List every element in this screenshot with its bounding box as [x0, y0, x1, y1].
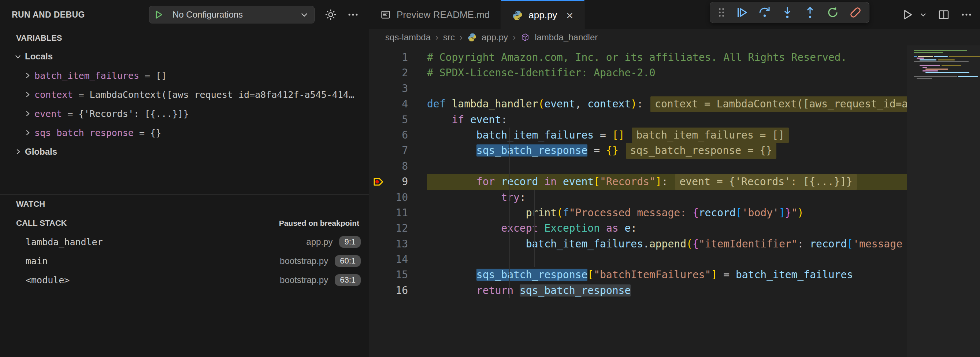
scope-label: Locals	[25, 51, 53, 62]
tab-app-py[interactable]: app.py ×	[501, 0, 584, 29]
gutter[interactable]: 14	[369, 252, 427, 267]
more-actions-icon[interactable]	[347, 8, 359, 21]
chevron-collapsed-icon	[14, 148, 22, 156]
gutter[interactable]: 8	[369, 159, 427, 174]
gutter[interactable]: 11	[369, 205, 427, 221]
step-into-icon[interactable]	[780, 5, 794, 19]
code-line[interactable]: 9 for record in event["Records"]:event =…	[369, 174, 980, 190]
tab-label: app.py	[528, 10, 557, 21]
gutter[interactable]: 4	[369, 96, 427, 112]
variable-row[interactable]: batch_item_failures = []	[0, 66, 369, 85]
run-dropdown-chevron-icon[interactable]	[919, 11, 927, 19]
code-line-content: sqs_batch_response["batchItemFailures"] …	[427, 267, 980, 283]
drag-grip[interactable]	[717, 6, 726, 19]
code-line-content	[427, 81, 980, 96]
run-icon[interactable]	[153, 9, 164, 20]
code-line[interactable]: 3	[369, 81, 980, 96]
restart-icon[interactable]	[826, 5, 840, 19]
step-out-icon[interactable]	[803, 5, 817, 19]
step-over-icon[interactable]	[758, 5, 772, 19]
code-line[interactable]: 12 except Exception as e:	[369, 221, 980, 236]
scope-row-locals[interactable]: Locals	[0, 47, 369, 66]
variables-section-header[interactable]: VARIABLES	[0, 29, 369, 47]
minimap-segment	[916, 78, 932, 79]
code-line[interactable]: 15 sqs_batch_response["batchItemFailures…	[369, 267, 980, 283]
minimap[interactable]	[907, 45, 980, 357]
code-line-content	[427, 252, 980, 267]
code-line-content: if event:	[427, 112, 980, 128]
code-token: )	[798, 207, 804, 219]
code-token: .	[643, 238, 649, 250]
gutter[interactable]: 6	[369, 128, 427, 143]
gutter[interactable]: 1	[369, 50, 427, 65]
variables-rows: Localsbatch_item_failures = []context = …	[0, 47, 369, 161]
code-line[interactable]: 4def lambda_handler(event, context):cont…	[369, 96, 980, 112]
breadcrumb-item[interactable]: app.py	[482, 32, 508, 43]
line-number: 12	[369, 221, 427, 236]
run-python-file-icon[interactable]	[901, 8, 914, 21]
code-line[interactable]: 11 print(f"Processed message: {record['b…	[369, 205, 980, 221]
gutter[interactable]: 16	[369, 283, 427, 298]
code-line[interactable]: 13 batch_item_failures.append({"itemIden…	[369, 236, 980, 252]
line-number: 1	[369, 50, 427, 65]
gear-icon[interactable]	[324, 8, 337, 21]
gutter[interactable]: 2	[369, 65, 427, 81]
breadcrumb-item[interactable]: sqs-lambda	[385, 32, 431, 43]
split-editor-icon[interactable]	[937, 8, 950, 21]
code-token: sqs_batch_response	[476, 269, 587, 281]
code-line[interactable]: 14	[369, 252, 980, 267]
variable-row[interactable]: event = {'Records': [{...}]}	[0, 104, 369, 123]
indent-guide	[534, 190, 535, 205]
close-icon[interactable]: ×	[566, 10, 573, 21]
code-line[interactable]: 16 return sqs_batch_response	[369, 283, 980, 298]
gutter[interactable]: 7	[369, 143, 427, 158]
chevron-collapsed-icon	[24, 129, 32, 137]
stack-frame-row[interactable]: lambda_handlerapp.py9:1	[0, 233, 369, 252]
line-number: 8	[369, 159, 427, 174]
code-token: batch_item_failures	[526, 238, 643, 250]
breadcrumb-item[interactable]: lambda_handler	[535, 32, 598, 43]
code-line[interactable]: 8	[369, 159, 980, 174]
gutter[interactable]: 12	[369, 221, 427, 236]
code-line[interactable]: 5 if event:	[369, 112, 980, 128]
editor-body: 1# Copyright Amazon.com, Inc. or its aff…	[369, 45, 980, 357]
code-token: append	[649, 238, 686, 250]
chevron-collapsed-icon	[24, 110, 32, 118]
tab-preview-readme[interactable]: Preview README.md	[369, 0, 501, 29]
stack-frame-row[interactable]: <module>bootstrap.py63:1	[0, 271, 369, 290]
code-token: "Processed message:	[569, 207, 692, 219]
gutter[interactable]: 3	[369, 81, 427, 96]
more-actions-icon[interactable]	[960, 8, 973, 21]
code-token: ,	[575, 98, 588, 110]
code-line[interactable]: 7 sqs_batch_response = {}sqs_batch_respo…	[369, 143, 980, 158]
call-stack-section-header[interactable]: CALL STACK Paused on breakpoint	[0, 214, 369, 233]
breadcrumb-item[interactable]: src	[443, 32, 455, 43]
continue-icon[interactable]	[735, 5, 749, 19]
variable-row[interactable]: context = LambdaContext([aws_request_id=…	[0, 85, 369, 104]
variable-row[interactable]: sqs_batch_response = {}	[0, 123, 369, 142]
gutter[interactable]: 13	[369, 236, 427, 252]
indent-guide	[509, 221, 510, 236]
code-line[interactable]: 6 batch_item_failures = []batch_item_fai…	[369, 128, 980, 143]
frame-name: <module>	[25, 275, 70, 285]
code-line[interactable]: 10 try:	[369, 190, 980, 205]
watch-section-header[interactable]: WATCH	[0, 194, 369, 214]
chevron-down-icon[interactable]	[299, 10, 309, 19]
code-token: lambda_handler	[452, 98, 538, 110]
code-line[interactable]: 1# Copyright Amazon.com, Inc. or its aff…	[369, 50, 980, 65]
debug-config-dropdown[interactable]: No Configurations	[149, 6, 315, 24]
code-token: :	[797, 238, 810, 250]
disconnect-icon[interactable]	[848, 5, 862, 19]
gutter[interactable]: 5	[369, 112, 427, 128]
breakpoint-icon[interactable]	[372, 175, 385, 188]
stack-frame-row[interactable]: mainbootstrap.py60:1	[0, 252, 369, 271]
code-token: record	[699, 207, 736, 219]
gutter[interactable]: 10	[369, 190, 427, 205]
inline-debug-value: context = LambdaContext([aws_request_id=…	[651, 96, 912, 112]
gutter[interactable]: 15	[369, 267, 427, 283]
code-area[interactable]: 1# Copyright Amazon.com, Inc. or its aff…	[369, 45, 980, 357]
indent-guide	[509, 128, 510, 143]
scope-row-globals[interactable]: Globals	[0, 142, 369, 161]
gutter[interactable]: 9	[369, 174, 427, 190]
code-line[interactable]: 2# SPDX-License-Identifier: Apache-2.0	[369, 65, 980, 81]
